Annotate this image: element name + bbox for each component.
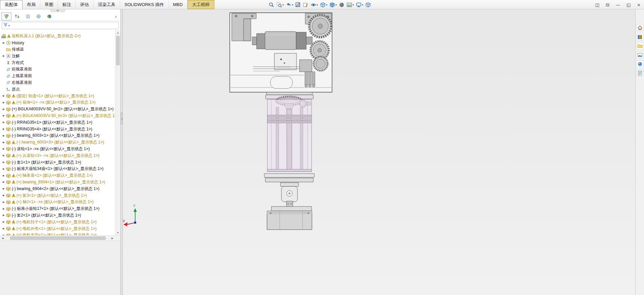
commandmanager-expand-handle[interactable] — [50, 9, 65, 12]
expand-arrow-icon[interactable]: ▶ — [1, 214, 6, 217]
tree-item[interactable]: ▶(+) 电机外壳<1> (默认<<默认>_显示状态 1>) — [0, 225, 115, 232]
menu-tab-5[interactable]: 评估 — [76, 0, 94, 9]
tree-item[interactable]: ▶(-) bearing_6003<1> (默认<<默认>_显示状态 1>) — [0, 132, 115, 139]
tree-item[interactable]: ▶(+) 箱体<1> ->x (默认<<默认>_显示状态 1>) — [0, 99, 115, 106]
tree-item[interactable]: ▶(固定) 轨道<1> (默认<<默认>_显示状态 1>) — [0, 93, 115, 99]
expand-arrow-icon[interactable]: ▶ — [1, 168, 6, 170]
menu-tab-4[interactable]: 标注 — [58, 0, 76, 9]
hscroll-track[interactable] — [5, 236, 110, 241]
view-palette-button[interactable] — [636, 51, 644, 59]
expand-arrow-icon[interactable]: ▶ — [1, 121, 6, 124]
tree-item[interactable]: ▶(+) 套3<1> (默认<<默认>_显示状态 1>) — [0, 192, 115, 199]
tree-item[interactable]: 前视基准面 — [0, 66, 115, 73]
dropdown-caret-icon[interactable]: ▾ — [362, 3, 363, 6]
expand-arrow-icon[interactable]: ▶ — [1, 55, 6, 57]
expand-arrow-icon[interactable]: ▶ — [1, 114, 6, 117]
menu-tab-3[interactable]: 草图 — [40, 0, 58, 9]
tree-vertical-scrollbar[interactable]: ▲ ▼ — [115, 30, 120, 235]
appearances-scenes-button[interactable] — [636, 60, 644, 68]
display-style-button[interactable]: ▾ — [329, 2, 337, 8]
dropdown-caret-icon[interactable]: ▾ — [292, 3, 293, 6]
tree-item[interactable]: 巡检机器人1 (默认<默认_显示状态-1>) — [0, 33, 115, 40]
zoom-area-button[interactable]: ▾ — [276, 2, 284, 8]
tree-item[interactable]: ▶(-) RRING35<4> (默认<<默认>_显示状态 1>) — [0, 126, 115, 132]
menu-tab-9[interactable]: 大工程师 — [187, 0, 214, 9]
dropdown-caret-icon[interactable]: ▾ — [353, 3, 354, 6]
view-settings-button[interactable]: ▾ — [355, 2, 364, 8]
expand-arrow-icon[interactable]: ▶ — [1, 154, 6, 157]
custom-properties-button[interactable] — [636, 69, 644, 77]
scroll-up-icon[interactable]: ▲ — [115, 30, 120, 35]
graphics-area[interactable]: Y X — [123, 9, 635, 295]
menu-tab-2[interactable]: 布局 — [22, 0, 40, 9]
tree-item[interactable]: ▶(+) 电机转子<1> (默认<<默认>_显示状态 1>) — [0, 219, 115, 225]
zoom-fit-button[interactable] — [268, 2, 275, 8]
tree-item[interactable]: ▶(+) BGLKA6003VV-50_b<2> (默认<<默认>_显示状态 1… — [0, 106, 115, 113]
tree-item[interactable]: ▶History — [0, 40, 115, 46]
tree-item[interactable]: 右视基准面 — [0, 79, 115, 86]
expand-arrow-icon[interactable]: ▶ — [1, 161, 6, 164]
tree-item[interactable]: ▶(-) 标准大齿轮34齿<1> (默认<<默认>_显示状态 1>) — [0, 166, 115, 172]
expand-arrow-icon[interactable]: ▶ — [1, 42, 6, 44]
expand-arrow-icon[interactable]: ▶ — [1, 134, 6, 137]
tree-horizontal-scrollbar[interactable]: ◀ ▶ — [0, 235, 120, 241]
expand-arrow-icon[interactable]: ▶ — [1, 174, 6, 177]
scroll-down-icon[interactable]: ▼ — [115, 230, 120, 235]
model-3d-view[interactable]: Y X — [123, 9, 635, 295]
expand-arrow-icon[interactable]: ▶ — [1, 101, 6, 104]
tree-item[interactable]: ▶(+) BGLKA6003VV-50_b<3> (默认<<默认>_显示状态 1… — [0, 113, 115, 119]
scroll-thumb[interactable] — [116, 36, 120, 65]
design-library-button[interactable] — [636, 33, 644, 41]
toggle-pane-layout-button[interactable]: ⊟ — [606, 3, 609, 7]
filter-caret-icon[interactable]: ▾ — [8, 24, 10, 27]
expand-arrow-icon[interactable]: ▶ — [1, 201, 6, 203]
hscroll-thumb[interactable] — [10, 236, 106, 240]
dropdown-caret-icon[interactable]: ▾ — [317, 3, 318, 6]
tree-item[interactable]: ▶A注解 — [0, 53, 115, 59]
restore-window-button[interactable]: ◱ — [627, 3, 631, 7]
tree-item[interactable]: 原点 — [0, 86, 115, 93]
dropdown-caret-icon[interactable]: ▾ — [326, 3, 327, 6]
splitter-collapse-icon[interactable]: ◂ — [120, 113, 123, 124]
3d-drawing-view-button[interactable] — [365, 2, 372, 8]
scroll-right-icon[interactable]: ▶ — [110, 236, 115, 241]
solidworks-resources-button[interactable] — [636, 24, 644, 32]
expand-arrow-icon[interactable]: ▶ — [1, 187, 6, 190]
toggle-task-pane-button[interactable]: ◫ — [595, 3, 599, 7]
panel-collapse-button[interactable]: › — [113, 13, 119, 19]
tree-item[interactable]: ▶(-) 标准小齿轮17<1> (默认<<默认>_显示状态 1>) — [0, 205, 115, 212]
close-window-button[interactable]: × — [637, 3, 641, 7]
tree-item[interactable]: ▶(+) bearing_6904<1> (默认<<默认>_显示状态 1>) — [0, 179, 115, 186]
tree-item[interactable]: 上视基准面 — [0, 73, 115, 79]
hide-show-items-button[interactable]: ▾ — [310, 2, 319, 8]
menu-tab-8[interactable]: MBD — [169, 0, 187, 9]
menu-tab-6[interactable]: 渲染工具 — [94, 0, 120, 9]
dimxpertmanager-tab[interactable] — [34, 12, 44, 20]
tree-item[interactable]: ▶(-) bearing_6003<3> (默认<<默认>_显示状态 1>) — [0, 139, 115, 146]
tree-item[interactable]: ▶(-) 套1<1> (默认<<默认>_显示状态 1>) — [0, 159, 115, 166]
tree-item[interactable]: ▶(-) 套2<1> (默认<<默认>_显示状态 1>) — [0, 212, 115, 219]
expand-arrow-icon[interactable]: ▶ — [1, 221, 6, 223]
section-view-button[interactable] — [294, 2, 302, 8]
expand-arrow-icon[interactable]: ▶ — [1, 227, 6, 230]
expand-arrow-icon[interactable]: ▶ — [1, 181, 6, 183]
tree-item[interactable]: ▶(+) 从滚轮<3> ->x (默认<<默认>_显示状态 1>) — [0, 152, 115, 159]
tree-item[interactable]: ▶(-) RRING35<1> (默认<<默认>_显示状态 1>) — [0, 119, 115, 126]
tree-item[interactable]: ▶(+) 轴2<1> ->x (默认<<默认>_显示状态 1>) — [0, 199, 115, 205]
minimize-window-button[interactable]: — — [616, 3, 620, 7]
filter-icon[interactable] — [3, 23, 8, 28]
tree-item[interactable]: ▶(+) 电机支架<1> (默认<<默认>_显示状态 1>) — [0, 232, 115, 235]
dropdown-caret-icon[interactable]: ▾ — [335, 3, 337, 6]
dropdown-caret-icon[interactable]: ▾ — [282, 3, 284, 6]
expand-arrow-icon[interactable]: ▶ — [1, 108, 6, 111]
previous-view-button[interactable]: ▾ — [285, 2, 294, 8]
expand-arrow-icon[interactable]: ▶ — [1, 128, 6, 130]
tree-item[interactable]: ▶(+) 轴承座<1> (默认<<默认>_显示状态 1>) — [0, 172, 115, 179]
displaymanager-tab[interactable] — [44, 12, 54, 20]
tree-item[interactable]: ▶(-) 滚轮<1> ->x (默认<<默认>_显示状态 1>) — [0, 146, 115, 153]
menu-tab-1[interactable]: 装配体 — [0, 0, 22, 9]
tree-filter[interactable]: ▾ — [2, 22, 119, 29]
menu-tab-7[interactable]: SOLIDWORKS 插件 — [120, 0, 169, 9]
scroll-left-icon[interactable]: ◀ — [0, 236, 5, 241]
scroll-track[interactable] — [115, 35, 120, 230]
